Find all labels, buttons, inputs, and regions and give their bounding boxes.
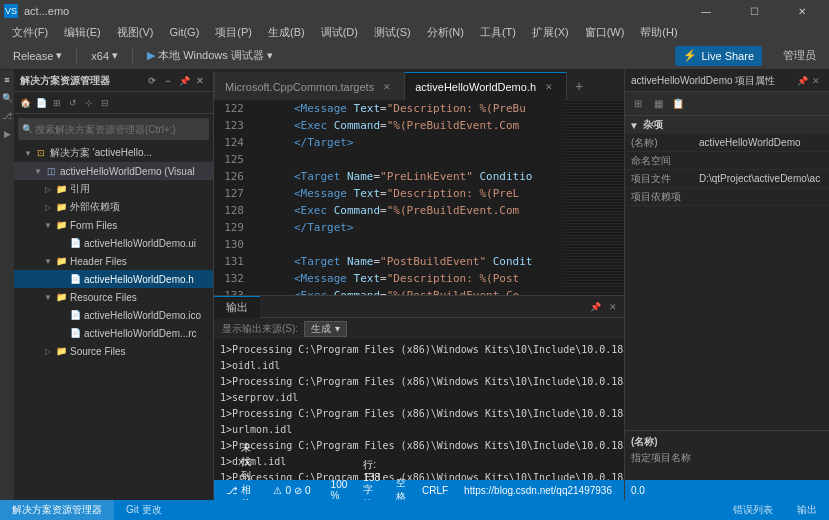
menu-item[interactable]: 文件(F) bbox=[4, 22, 56, 42]
tab-helloworlddemo-h[interactable]: activeHelloWorldDemo.h ✕ bbox=[404, 72, 567, 100]
tab-label-cppcommon: Microsoft.CppCommon.targets bbox=[225, 81, 374, 93]
tree-item-resources[interactable]: ▼ 📁 Resource Files bbox=[14, 288, 213, 306]
collapse-icon[interactable]: − bbox=[161, 74, 175, 88]
right-panel-close[interactable]: ✕ bbox=[809, 74, 823, 88]
file-icon[interactable]: 📄 bbox=[34, 96, 48, 110]
refresh-icon[interactable]: ↺ bbox=[66, 96, 80, 110]
menu-item[interactable]: 窗口(W) bbox=[577, 22, 633, 42]
close-btn[interactable]: ✕ bbox=[779, 0, 825, 22]
output-line-9: 1>Processing C:\Program Files (x86)\Wind… bbox=[220, 470, 618, 480]
bottom-tab-git[interactable]: Git 更改 bbox=[114, 500, 174, 520]
output-tab-output[interactable]: 输出 bbox=[214, 296, 260, 318]
status-encoding[interactable]: CRLF bbox=[418, 480, 452, 500]
property-pages-icon[interactable]: 📋 bbox=[669, 95, 687, 113]
search-icon[interactable]: 🔍 bbox=[1, 92, 13, 104]
menu-item[interactable]: 项目(P) bbox=[207, 22, 260, 42]
tree-item-solution[interactable]: ▼ ⊡ 解决方案 'activeHello... bbox=[14, 144, 213, 162]
right-panel-pin[interactable]: 📌 bbox=[795, 74, 809, 88]
tree-item-rc[interactable]: 📄 activeHelloWorldDem...rc bbox=[14, 324, 213, 342]
menu-item[interactable]: 分析(N) bbox=[419, 22, 472, 42]
rc-label: activeHelloWorldDem...rc bbox=[84, 328, 197, 339]
collapse-all-icon[interactable]: ⊟ bbox=[98, 96, 112, 110]
main-layout: ≡ 🔍 ⎇ ▶ 解决方案资源管理器 ⟳ − 📌 ✕ 🏠 📄 ⊞ ↺ ⊹ ⊟ 🔍 bbox=[0, 70, 829, 500]
play-icon: ▶ bbox=[147, 49, 155, 62]
maximize-btn[interactable]: ☐ bbox=[731, 0, 777, 22]
menu-item[interactable]: 帮助(H) bbox=[632, 22, 685, 42]
menu-item[interactable]: 生成(B) bbox=[260, 22, 313, 42]
menu-item[interactable]: 测试(S) bbox=[366, 22, 419, 42]
toolbar-sep-2 bbox=[132, 48, 133, 64]
tab-close-cppcommon[interactable]: ✕ bbox=[380, 80, 394, 94]
prop-desc-text: 指定项目名称 bbox=[631, 451, 823, 465]
tree-item-h[interactable]: 📄 activeHelloWorldDemo.h bbox=[14, 270, 213, 288]
explorer-icon[interactable]: ≡ bbox=[1, 74, 13, 86]
extern-icon: 📁 bbox=[54, 202, 68, 212]
git-icon[interactable]: ⎇ bbox=[1, 110, 13, 122]
solution-label: 解决方案 'activeHello... bbox=[50, 146, 152, 160]
right-panel-title: activeHelloWorldDemo 项目属性 bbox=[631, 74, 795, 88]
error-count: 0 bbox=[305, 485, 311, 496]
minimize-btn[interactable]: — bbox=[683, 0, 729, 22]
status-warning[interactable]: ⚠ 0 ⊘ 0 bbox=[269, 480, 314, 500]
bottom-tab-errors[interactable]: 错误列表 bbox=[721, 500, 785, 520]
status-right: 100 % 行: 138 字符: 42 空格 CRLF https://blog… bbox=[327, 480, 616, 500]
sort-icon[interactable]: ⊞ bbox=[629, 95, 647, 113]
code-line-126: <Target Name="PreLinkEvent" Conditio bbox=[290, 168, 564, 185]
menu-item[interactable]: 工具(T) bbox=[472, 22, 524, 42]
search-icon-small: 🔍 bbox=[22, 124, 33, 134]
toolbar-release[interactable]: Release ▾ bbox=[6, 45, 69, 67]
show-all-icon[interactable]: ⊞ bbox=[50, 96, 64, 110]
close-icon[interactable]: ✕ bbox=[193, 74, 207, 88]
tab-close-h[interactable]: ✕ bbox=[542, 80, 556, 94]
status-spaces[interactable]: 空格 bbox=[392, 480, 410, 500]
status-git[interactable]: ⎇ 未找到相关问题 bbox=[222, 480, 261, 500]
solution-search-box[interactable]: 🔍 bbox=[18, 118, 209, 140]
tab-cppcommon[interactable]: Microsoft.CppCommon.targets ✕ bbox=[214, 72, 404, 100]
search-input[interactable] bbox=[35, 124, 205, 135]
linecol-label: 行: 138 字符: 42 bbox=[363, 458, 380, 500]
tree-item-forms[interactable]: ▼ 📁 Form Files bbox=[14, 216, 213, 234]
menu-item[interactable]: 调试(D) bbox=[313, 22, 366, 42]
code-editor[interactable]: 122 123 124 125 126 127 128 129 130 131 … bbox=[214, 100, 624, 295]
tab-add-button[interactable]: + bbox=[567, 72, 591, 100]
solution-home-icon[interactable]: 🏠 bbox=[18, 96, 32, 110]
tree-item-ui[interactable]: 📄 activeHelloWorldDemo.ui bbox=[14, 234, 213, 252]
tree-item-extern[interactable]: ▷ 📁 外部依赖项 bbox=[14, 198, 213, 216]
bottom-tab-solution-explorer[interactable]: 解决方案资源管理器 bbox=[0, 500, 114, 520]
tree-item-refs[interactable]: ▷ 📁 引用 bbox=[14, 180, 213, 198]
tree-item-source[interactable]: ▷ 📁 Source Files bbox=[14, 342, 213, 360]
sync-icon[interactable]: ⟳ bbox=[145, 74, 159, 88]
bottom-tab-output[interactable]: 输出 bbox=[785, 500, 829, 520]
debug-icon[interactable]: ▶ bbox=[1, 128, 13, 140]
menu-item[interactable]: Git(G) bbox=[161, 22, 207, 42]
status-url[interactable]: https://blog.csdn.net/qq21497936 bbox=[460, 480, 616, 500]
filter-icon[interactable]: ⊹ bbox=[82, 96, 96, 110]
status-linecol[interactable]: 行: 138 字符: 42 bbox=[359, 480, 384, 500]
pin-icon[interactable]: 📌 bbox=[177, 74, 191, 88]
property-row-file: 项目文件 D:\qtProject\activeDemo\ac bbox=[625, 170, 829, 188]
line-numbers: 122 123 124 125 126 127 128 129 130 131 … bbox=[214, 100, 252, 295]
title-bar: VS act...emo — ☐ ✕ bbox=[0, 0, 829, 22]
status-zoom[interactable]: 100 % bbox=[327, 480, 352, 500]
toolbar-platform[interactable]: x64 ▾ bbox=[84, 45, 125, 67]
property-section-misc[interactable]: ▼ 杂项 bbox=[625, 116, 829, 134]
tree-arrow: ▼ bbox=[22, 149, 34, 158]
output-pin-icon[interactable]: 📌 bbox=[588, 300, 602, 314]
toolbar-debug[interactable]: ▶ 本地 Windows 调试器 ▾ bbox=[140, 45, 280, 67]
menu-item[interactable]: 扩展(X) bbox=[524, 22, 577, 42]
tree-item-headers[interactable]: ▼ 📁 Header Files bbox=[14, 252, 213, 270]
solution-explorer-title: 解决方案资源管理器 bbox=[20, 74, 141, 88]
output-source-select[interactable]: 生成 ▾ bbox=[304, 321, 347, 337]
output-close-icon[interactable]: ✕ bbox=[606, 300, 620, 314]
property-row-name: (名称) activeHelloWorldDemo bbox=[625, 134, 829, 152]
admin-button[interactable]: 管理员 bbox=[776, 45, 823, 67]
code-content[interactable]: <Message Text="Description: %(PreBu <Exe… bbox=[290, 100, 564, 295]
tab-label-h: activeHelloWorldDemo.h bbox=[415, 81, 536, 93]
live-share-button[interactable]: ⚡ Live Share bbox=[675, 46, 762, 66]
menu-item[interactable]: 视图(V) bbox=[109, 22, 162, 42]
tree-item-project[interactable]: ▼ ◫ activeHelloWorldDemo (Visual bbox=[14, 162, 213, 180]
output-content[interactable]: 1>Processing C:\Program Files (x86)\Wind… bbox=[214, 340, 624, 480]
tree-item-ico[interactable]: 📄 activeHelloWorldDemo.ico bbox=[14, 306, 213, 324]
menu-item[interactable]: 编辑(E) bbox=[56, 22, 109, 42]
categorize-icon[interactable]: ▦ bbox=[649, 95, 667, 113]
